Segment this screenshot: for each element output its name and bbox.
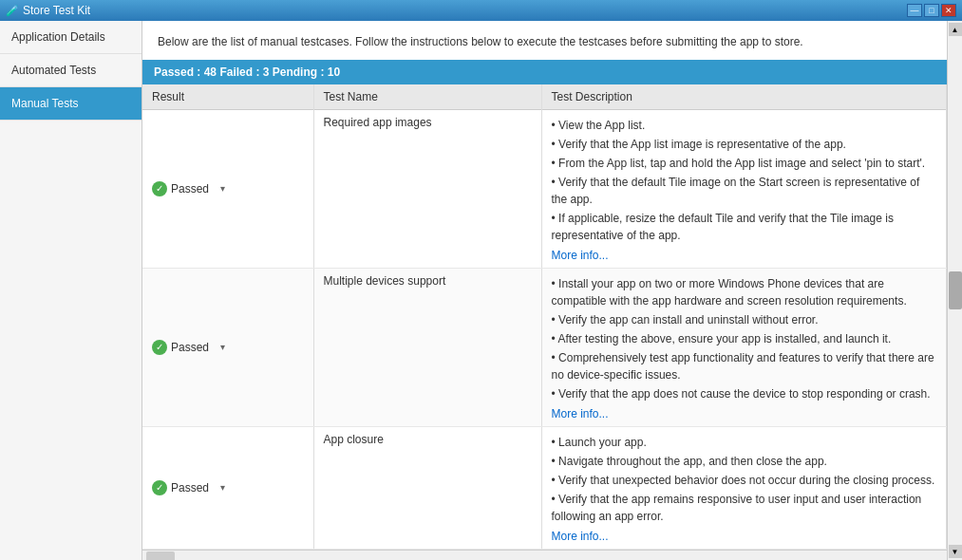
stats-bar: Passed : 48 Failed : 3 Pending : 10 bbox=[142, 60, 947, 84]
passed-icon: ✓ bbox=[152, 480, 167, 495]
result-cell: ✓ Passed ▾ bbox=[142, 426, 313, 549]
desc-item: If applicable, resize the default Tile a… bbox=[552, 209, 937, 245]
dropdown-arrow-icon: ▾ bbox=[220, 342, 225, 352]
table-row: ✓ Passed ▾ Multiple devices supportInsta… bbox=[142, 268, 947, 426]
close-button[interactable]: ✕ bbox=[941, 4, 956, 17]
sidebar-item-app-details[interactable]: Application Details bbox=[0, 21, 141, 54]
maximize-button[interactable]: □ bbox=[924, 4, 939, 17]
more-info-link[interactable]: More info... bbox=[552, 249, 609, 262]
horizontal-scrollbar[interactable] bbox=[142, 550, 947, 560]
passed-icon: ✓ bbox=[152, 340, 167, 355]
title-bar-text: Store Test Kit bbox=[23, 4, 90, 17]
test-name-cell: Required app images bbox=[313, 109, 541, 268]
title-bar-controls[interactable]: — □ ✕ bbox=[907, 4, 956, 17]
desc-item: Verify the app can install and uninstall… bbox=[552, 310, 937, 329]
main-container: Application Details Automated Tests Manu… bbox=[0, 21, 962, 560]
desc-item: Verify that unexpected behavior does not… bbox=[552, 471, 937, 490]
app-icon: 🧪 bbox=[6, 5, 19, 17]
title-bar-left: 🧪 Store Test Kit bbox=[6, 4, 90, 17]
result-container[interactable]: ✓ Passed ▾ bbox=[152, 480, 304, 495]
table-row: ✓ Passed ▾ App closureLaunch your app.Na… bbox=[142, 426, 947, 549]
passed-icon: ✓ bbox=[152, 181, 167, 196]
scroll-thumb[interactable] bbox=[949, 271, 962, 309]
col-header-result: Result bbox=[142, 84, 313, 110]
dropdown-arrow-icon: ▾ bbox=[220, 183, 225, 194]
col-header-test-name: Test Name bbox=[313, 84, 541, 110]
title-bar: 🧪 Store Test Kit — □ ✕ bbox=[0, 0, 962, 21]
sidebar-item-automated-tests[interactable]: Automated Tests bbox=[0, 54, 141, 87]
desc-item: View the App list. bbox=[552, 116, 937, 135]
table-header-row: Result Test Name Test Description bbox=[142, 84, 947, 110]
description-cell: View the App list.Verify that the App li… bbox=[541, 109, 947, 268]
scroll-up-button[interactable]: ▲ bbox=[949, 23, 962, 36]
result-cell: ✓ Passed ▾ bbox=[142, 109, 313, 268]
desc-item: Verify that the default Tile image on th… bbox=[552, 173, 937, 209]
table-row: ✓ Passed ▾ Required app imagesView the A… bbox=[142, 109, 947, 268]
result-label: Passed bbox=[171, 341, 209, 354]
col-header-description: Test Description bbox=[541, 84, 947, 110]
desc-item: After testing the above, ensure your app… bbox=[552, 329, 937, 348]
test-table: Result Test Name Test Description ✓ Pass… bbox=[142, 84, 947, 550]
sidebar: Application Details Automated Tests Manu… bbox=[0, 21, 142, 560]
description-cell: Launch your app.Navigate throughout the … bbox=[541, 426, 947, 549]
test-name-cell: Multiple devices support bbox=[313, 268, 541, 426]
desc-item: Verify that the app remains responsive t… bbox=[552, 490, 937, 526]
desc-item: Verify that the app does not cause the d… bbox=[552, 384, 937, 403]
content-area: Below are the list of manual testcases. … bbox=[142, 21, 947, 560]
desc-item: From the App list, tap and hold the App … bbox=[552, 154, 937, 173]
result-label: Passed bbox=[171, 182, 209, 196]
description-cell: Install your app on two or more Windows … bbox=[541, 268, 947, 426]
scroll-down-button[interactable]: ▼ bbox=[949, 545, 962, 558]
result-label: Passed bbox=[171, 481, 209, 495]
desc-item: Navigate throughout the app, and then cl… bbox=[552, 452, 937, 471]
table-container[interactable]: Result Test Name Test Description ✓ Pass… bbox=[142, 84, 947, 560]
minimize-button[interactable]: — bbox=[907, 4, 922, 17]
result-cell: ✓ Passed ▾ bbox=[142, 268, 313, 426]
test-name-cell: App closure bbox=[313, 426, 541, 549]
desc-item: Install your app on two or more Windows … bbox=[552, 274, 937, 310]
desc-item: Launch your app. bbox=[552, 433, 937, 452]
more-info-link[interactable]: More info... bbox=[552, 407, 609, 420]
result-container[interactable]: ✓ Passed ▾ bbox=[152, 340, 304, 355]
sidebar-item-manual-tests[interactable]: Manual Tests bbox=[0, 87, 141, 121]
intro-text: Below are the list of manual testcases. … bbox=[142, 21, 947, 60]
result-container[interactable]: ✓ Passed ▾ bbox=[152, 181, 304, 196]
desc-item: Comprehensively test app functionality a… bbox=[552, 348, 937, 384]
dropdown-arrow-icon: ▾ bbox=[220, 482, 225, 493]
h-scroll-thumb[interactable] bbox=[146, 551, 175, 560]
desc-item: Verify that the App list image is repres… bbox=[552, 135, 937, 154]
more-info-link[interactable]: More info... bbox=[552, 530, 609, 543]
vertical-scrollbar[interactable]: ▲ ▼ bbox=[947, 21, 962, 560]
